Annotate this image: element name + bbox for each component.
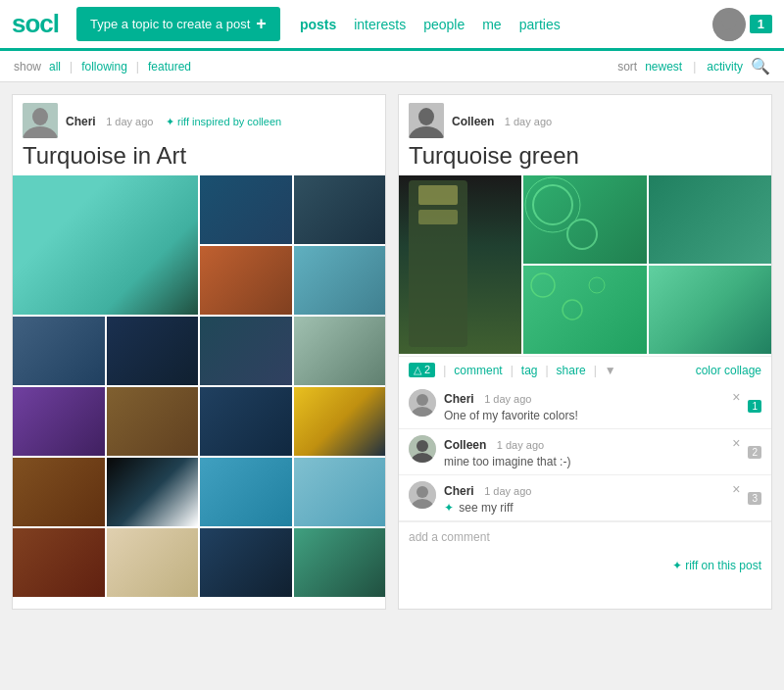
img-orchid	[13, 387, 105, 456]
left-post-riff-label: ✦ riff inspired by colleen	[166, 116, 281, 127]
img-circles	[523, 175, 646, 264]
nav-posts[interactable]: posts	[300, 17, 336, 32]
sep2: |	[136, 60, 139, 74]
comment-body-1: Cheri 1 day ago One of my favorite color…	[444, 389, 718, 422]
filter-all[interactable]: all	[49, 60, 61, 74]
comment-author-2: Colleen	[444, 438, 486, 452]
close-icon-1[interactable]: ×	[732, 389, 740, 405]
search-icon[interactable]: 🔍	[751, 57, 770, 75]
img-warm1	[107, 387, 199, 456]
comment-author-3: Cheri	[444, 484, 474, 498]
svg-point-1	[713, 29, 745, 41]
comment-author-1: Cheri	[444, 392, 474, 406]
img-tree2	[200, 317, 292, 385]
left-image-grid	[13, 175, 385, 601]
comment-text-1: One of my favorite colors!	[444, 409, 718, 422]
svg-rect-12	[418, 185, 458, 205]
nav-me[interactable]: me	[482, 17, 501, 32]
filter-bar: show all | following | featured sort new…	[0, 51, 784, 82]
svg-point-24	[416, 486, 428, 498]
sep1: |	[70, 60, 73, 74]
svg-point-14	[531, 273, 555, 297]
img-tree1	[107, 317, 199, 385]
comment-num-3: 3	[748, 492, 761, 505]
img-rust1	[200, 246, 292, 315]
filter-following[interactable]: following	[81, 60, 127, 74]
color-collage-link[interactable]: color collage	[696, 364, 761, 377]
svg-point-21	[416, 440, 428, 452]
img-pattern1	[200, 175, 292, 244]
img-pattern2	[294, 175, 386, 244]
comment-item-3: Cheri 1 day ago ✦ see my riff × 3	[399, 475, 771, 521]
share-link[interactable]: share	[557, 364, 586, 377]
svg-rect-13	[418, 210, 458, 224]
left-post-title: Turquoise in Art	[13, 142, 385, 175]
comment-avatar-3	[409, 481, 436, 509]
svg-point-15	[563, 300, 582, 320]
nav-interests[interactable]: interests	[354, 17, 406, 32]
left-post-author: Cheri	[66, 115, 96, 128]
comment-time-3: 1 day ago	[484, 485, 531, 497]
filter-featured[interactable]: featured	[148, 60, 191, 74]
riff-icon-left: ✦	[166, 116, 174, 127]
comment-text-3: ✦ see my riff	[444, 501, 718, 515]
riff-on-post-link[interactable]: ✦ riff on this post	[672, 559, 761, 572]
img-blue1	[13, 317, 105, 385]
create-post-label: Type a topic to create a post	[90, 17, 250, 31]
comment-time-1: 1 day ago	[484, 393, 531, 405]
svg-point-10	[567, 220, 597, 249]
comment-time-2: 1 day ago	[497, 439, 544, 451]
comment-num-1: 1	[748, 400, 761, 413]
svg-point-0	[721, 12, 737, 29]
img-textured-green	[649, 266, 771, 354]
comment-body-3: Cheri 1 day ago ✦ see my riff	[444, 481, 718, 515]
svg-point-16	[589, 277, 605, 293]
img-flower2	[294, 458, 386, 526]
show-label: show	[14, 60, 41, 74]
main-nav: posts interests people me parties	[300, 17, 561, 32]
add-comment-field[interactable]: add a comment	[399, 521, 771, 552]
svg-point-18	[416, 394, 428, 406]
nav-people[interactable]: people	[423, 17, 465, 32]
riff-icon-comment: ✦	[444, 501, 454, 515]
comment-link[interactable]: comment	[454, 364, 502, 377]
close-icon-3[interactable]: ×	[732, 481, 740, 497]
nav-parties[interactable]: parties	[519, 17, 561, 32]
img-rust2	[13, 458, 105, 526]
tag-link[interactable]: tag	[521, 364, 538, 377]
riff-on-post-area: ✦ riff on this post	[399, 552, 771, 577]
riff-icon-post: ✦	[672, 559, 685, 572]
sort-activity[interactable]: activity	[707, 60, 743, 74]
sep3: |	[693, 60, 696, 74]
like-badge[interactable]: △ 2	[409, 363, 435, 377]
img-teal-wash	[649, 175, 771, 264]
main-content: Cheri 1 day ago ✦ riff inspired by colle…	[0, 82, 784, 621]
img-moon	[107, 458, 199, 526]
sort-label: sort	[617, 60, 637, 74]
comment-avatar-2	[409, 435, 436, 463]
plus-icon: +	[256, 14, 267, 34]
dropdown-icon[interactable]: ▼	[605, 364, 616, 377]
img-green-pattern	[523, 266, 646, 354]
svg-point-3	[32, 108, 48, 125]
comment-body-2: Colleen 1 day ago mine too imagine that …	[444, 435, 718, 468]
right-post-actions: △ 2 | comment | tag | share | ▼ color co…	[399, 356, 771, 383]
create-post-button[interactable]: Type a topic to create a post +	[76, 7, 280, 41]
img-rust3	[13, 528, 105, 597]
right-post-author: Colleen	[452, 115, 494, 128]
svg-point-6	[418, 108, 434, 125]
notification-badge[interactable]: 1	[750, 15, 772, 33]
right-post-avatar	[409, 103, 444, 138]
svg-rect-11	[409, 180, 467, 347]
right-post-time: 1 day ago	[505, 116, 552, 127]
img-dress	[399, 175, 521, 354]
img-teal1	[294, 246, 386, 315]
close-icon-2[interactable]: ×	[732, 435, 740, 451]
img-rose	[200, 458, 292, 526]
sort-newest[interactable]: newest	[645, 60, 682, 74]
header-right: 1	[712, 8, 772, 41]
user-avatar[interactable]	[712, 8, 746, 41]
img-flower-large	[13, 175, 198, 315]
logo: socl	[12, 9, 59, 39]
right-post-title: Turquoise green	[399, 142, 771, 175]
